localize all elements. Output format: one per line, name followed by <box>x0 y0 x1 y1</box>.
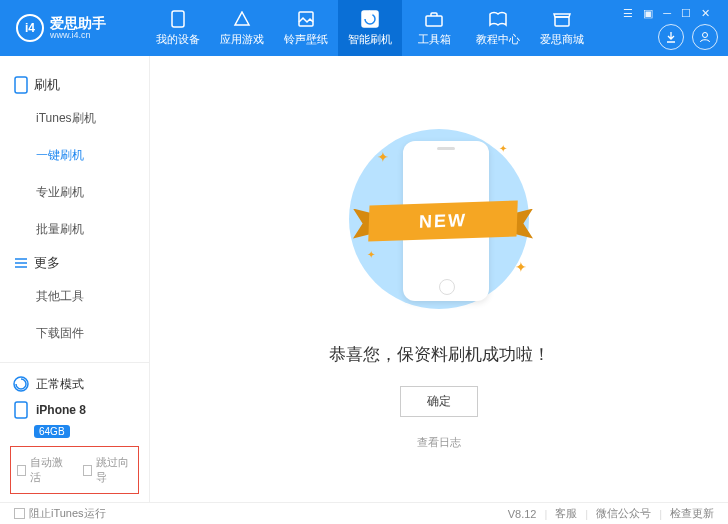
footer-link-wechat[interactable]: 微信公众号 <box>596 506 651 521</box>
sidebar-section-more[interactable]: 更多 <box>0 248 149 278</box>
sidebar-item-oneclick-flash[interactable]: 一键刷机 <box>0 137 149 174</box>
download-icon <box>664 30 678 44</box>
toolbox-icon <box>424 10 444 28</box>
sidebar-item-download-firmware[interactable]: 下载固件 <box>0 315 149 352</box>
sidebar-item-batch-flash[interactable]: 批量刷机 <box>0 211 149 248</box>
storage-badge: 64GB <box>34 425 70 438</box>
checkbox-skip-guide[interactable]: 跳过向导 <box>83 455 133 485</box>
nav-tutorials[interactable]: 教程中心 <box>466 0 530 56</box>
sidebar-item-advanced[interactable]: 高级功能 <box>0 352 149 362</box>
skin-icon[interactable]: ▣ <box>643 7 653 20</box>
main-content: ✦ ✦ ✦ ✦ NEW 恭喜您，保资料刷机成功啦！ 确定 查看日志 <box>150 56 728 502</box>
options-row: 自动激活 跳过向导 <box>10 446 139 494</box>
svg-rect-4 <box>555 17 569 26</box>
checkbox-prevent-itunes[interactable]: 阻止iTunes运行 <box>14 506 106 521</box>
window-controls: ☰ ▣ ─ ☐ ✕ <box>623 7 710 20</box>
nav-apps[interactable]: 应用游戏 <box>210 0 274 56</box>
app-url: www.i4.cn <box>50 30 106 40</box>
shop-icon <box>552 10 572 28</box>
main-nav: 我的设备 应用游戏 铃声壁纸 智能刷机 工具箱 教程中心 爱思商城 <box>146 0 623 56</box>
success-illustration: ✦ ✦ ✦ ✦ NEW <box>329 119 549 319</box>
footer-link-update[interactable]: 检查更新 <box>670 506 714 521</box>
download-button[interactable] <box>658 24 684 50</box>
sidebar-item-other-tools[interactable]: 其他工具 <box>0 278 149 315</box>
close-icon[interactable]: ✕ <box>701 7 710 20</box>
status-bar: 阻止iTunes运行 V8.12 | 客服 | 微信公众号 | 检查更新 <box>0 502 728 524</box>
checkbox-icon <box>17 465 26 476</box>
nav-ringtones[interactable]: 铃声壁纸 <box>274 0 338 56</box>
svg-rect-0 <box>172 11 184 27</box>
device-label: iPhone 8 <box>36 403 86 417</box>
footer-link-support[interactable]: 客服 <box>555 506 577 521</box>
ribbon-text: NEW <box>368 200 518 241</box>
mode-label: 正常模式 <box>36 376 84 393</box>
account-button[interactable] <box>692 24 718 50</box>
logo-icon: i4 <box>16 14 44 42</box>
checkbox-auto-activate[interactable]: 自动激活 <box>17 455 67 485</box>
book-icon <box>488 10 508 28</box>
nav-my-device[interactable]: 我的设备 <box>146 0 210 56</box>
phone-outline-icon <box>14 76 28 94</box>
app-icon <box>232 10 252 28</box>
success-title: 恭喜您，保资料刷机成功啦！ <box>329 343 550 366</box>
maximize-icon[interactable]: ☐ <box>681 7 691 20</box>
minimize-icon[interactable]: ─ <box>663 7 671 20</box>
wallpaper-icon <box>296 10 316 28</box>
version-label: V8.12 <box>508 508 537 520</box>
view-log-link[interactable]: 查看日志 <box>417 435 461 450</box>
checkbox-icon <box>14 508 25 519</box>
sidebar-item-pro-flash[interactable]: 专业刷机 <box>0 174 149 211</box>
svg-rect-6 <box>15 77 27 93</box>
settings-icon[interactable]: ☰ <box>623 7 633 20</box>
sidebar-section-flash[interactable]: 刷机 <box>0 70 149 100</box>
svg-rect-3 <box>426 16 442 26</box>
checkbox-icon <box>83 465 92 476</box>
svg-point-5 <box>703 32 708 37</box>
device-icon <box>12 401 30 419</box>
ok-button[interactable]: 确定 <box>400 386 478 417</box>
device-mode[interactable]: 正常模式 <box>10 371 139 397</box>
sidebar-item-itunes-flash[interactable]: iTunes刷机 <box>0 100 149 137</box>
refresh-icon <box>360 10 380 28</box>
user-icon <box>698 30 712 44</box>
app-name: 爱思助手 <box>50 16 106 30</box>
app-logo: i4 爱思助手 www.i4.cn <box>16 14 146 42</box>
nav-flash[interactable]: 智能刷机 <box>338 0 402 56</box>
phone-icon <box>168 10 188 28</box>
device-info[interactable]: iPhone 8 <box>10 397 139 423</box>
nav-toolbox[interactable]: 工具箱 <box>402 0 466 56</box>
nav-mall[interactable]: 爱思商城 <box>530 0 594 56</box>
svg-rect-8 <box>15 402 27 418</box>
mode-icon <box>12 375 30 393</box>
sidebar: 刷机 iTunes刷机 一键刷机 专业刷机 批量刷机 更多 其他工具 下载固件 … <box>0 56 150 502</box>
menu-icon <box>14 256 28 270</box>
